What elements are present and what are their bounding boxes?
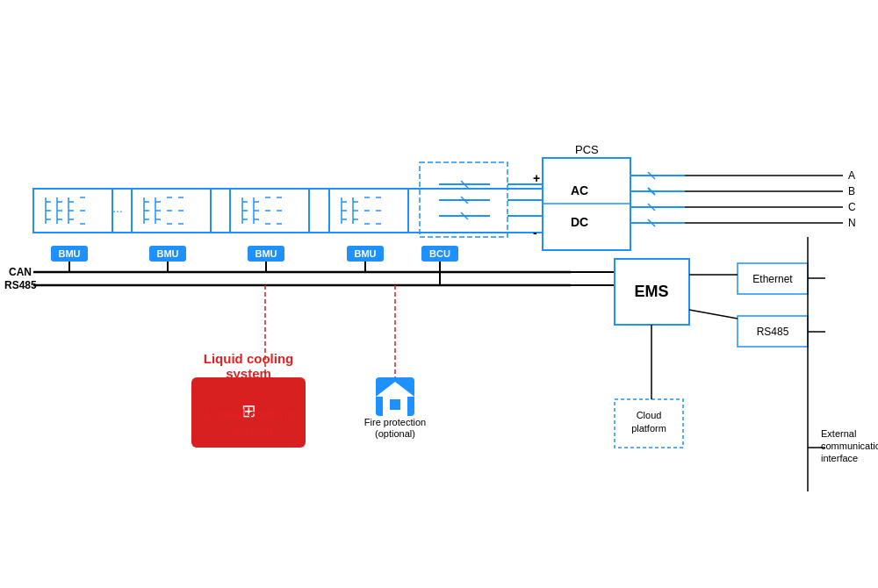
svg-text:RS485: RS485 [4, 279, 37, 291]
svg-text:communication: communication [821, 441, 878, 451]
svg-text:CAN: CAN [9, 266, 32, 278]
liquid-cooling-text: Liquid coolingsystem [205, 406, 295, 439]
svg-text:BMU: BMU [354, 248, 376, 259]
svg-text:BMU: BMU [255, 248, 277, 259]
svg-text:B: B [848, 185, 855, 197]
svg-text:BMU: BMU [58, 248, 80, 259]
svg-text:Cloud: Cloud [637, 410, 662, 420]
svg-text:BMU: BMU [156, 248, 178, 259]
svg-text:interface: interface [821, 453, 858, 463]
svg-text:RS485: RS485 [757, 326, 789, 338]
svg-text:DC: DC [571, 215, 588, 229]
svg-text:BCU: BCU [429, 248, 450, 259]
svg-text:C: C [848, 201, 856, 213]
svg-text:PCS: PCS [575, 143, 599, 156]
svg-rect-144 [390, 399, 400, 410]
liquid-cooling-title: Liquid coolingsystem [171, 405, 329, 440]
svg-text:Ethernet: Ethernet [752, 273, 793, 285]
svg-text:platform: platform [631, 423, 666, 434]
svg-text:A: A [848, 169, 855, 182]
svg-text:N: N [848, 217, 856, 229]
svg-text:EMS: EMS [634, 283, 668, 300]
liquid-cooling-label: Liquid cooling system [191, 351, 306, 381]
svg-line-115 [689, 310, 738, 319]
svg-text:(optional): (optional) [375, 428, 415, 439]
svg-text:+: + [533, 171, 540, 185]
svg-text:···: ··· [112, 204, 123, 218]
svg-text:External: External [821, 428, 856, 439]
svg-text:-: - [533, 226, 537, 240]
svg-text:AC: AC [571, 183, 588, 197]
architecture-diagram: + - BMU BMU BMU BMU BCU EMS [0, 0, 878, 588]
svg-text:Fire protection: Fire protection [364, 417, 426, 427]
